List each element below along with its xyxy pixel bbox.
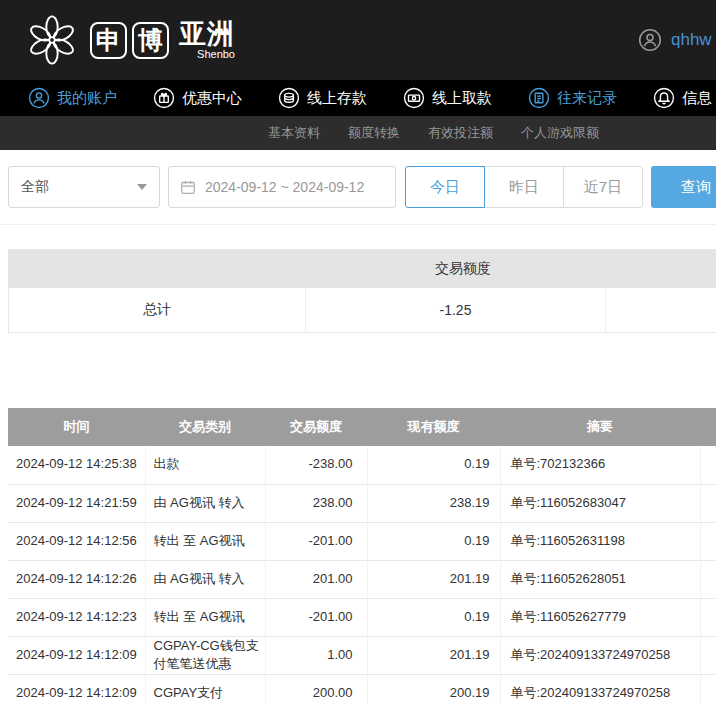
date-range-input[interactable]: 2024-09-12 ~ 2024-09-12 <box>168 166 396 208</box>
cell-amount: -201.00 <box>265 522 367 560</box>
last7days-button[interactable]: 近7日 <box>563 166 643 208</box>
table-row: 2024-09-12 14:21:59 由 AG视讯 转入 238.00 238… <box>8 484 716 522</box>
cell-type: 由 AG视讯 转入 <box>145 484 265 522</box>
cell-extra <box>700 522 716 560</box>
cell-balance: 0.19 <box>367 598 500 636</box>
cell-balance: 201.19 <box>367 636 500 675</box>
subnav-item-basic-info[interactable]: 基本资料 <box>268 124 320 142</box>
username-text[interactable]: qhhw <box>671 30 712 50</box>
cell-amount: -201.00 <box>265 598 367 636</box>
nav-item-label: 我的账户 <box>57 89 117 108</box>
type-select-value: 全部 <box>21 178 49 196</box>
nav-item-promotions[interactable]: 优惠中心 <box>153 87 242 109</box>
table-row: 2024-09-12 14:12:56 转出 至 AG视讯 -201.00 0.… <box>8 522 716 560</box>
brand-name-en: Shenbo <box>179 48 235 60</box>
cell-time: 2024-09-12 14:12:09 <box>8 675 145 704</box>
cell-type: 转出 至 AG视讯 <box>145 522 265 560</box>
cell-time: 2024-09-12 14:21:59 <box>8 484 145 522</box>
cell-time: 2024-09-12 14:25:38 <box>8 446 145 484</box>
cell-time: 2024-09-12 14:12:56 <box>8 522 145 560</box>
cell-extra <box>700 484 716 522</box>
cell-balance: 201.19 <box>367 560 500 598</box>
flower-logo-icon <box>24 12 80 68</box>
transfer-record-icon <box>528 87 550 109</box>
table-row: 2024-09-12 14:12:09 CGPAY-CG钱包支付笔笔送优惠 1.… <box>8 636 716 675</box>
nav-item-label: 往来记录 <box>557 89 617 108</box>
cell-note: 单号:202409133724970258 <box>500 675 700 704</box>
summary-row: 总计 -1.25 <box>9 288 716 332</box>
brand-name-boxes: 申 博 <box>90 22 169 59</box>
col-header-time: 时间 <box>8 408 145 446</box>
cell-time: 2024-09-12 14:12:23 <box>8 598 145 636</box>
type-select[interactable]: 全部 <box>8 166 160 208</box>
deposit-coins-icon <box>278 87 300 109</box>
bell-icon <box>653 87 675 109</box>
date-range-value: 2024-09-12 ~ 2024-09-12 <box>205 179 364 195</box>
gift-icon <box>153 87 175 109</box>
summary-empty-cell <box>606 288 716 332</box>
col-header-type: 交易类别 <box>145 408 265 446</box>
subnav-item-credit-transfer[interactable]: 额度转换 <box>348 124 400 142</box>
summary-total-label: 总计 <box>9 288 306 332</box>
nav-item-deposit[interactable]: 线上存款 <box>278 87 367 109</box>
sub-navigation: 基本资料 额度转换 有效投注额 个人游戏限额 <box>0 116 716 150</box>
cell-amount: 201.00 <box>265 560 367 598</box>
calendar-icon <box>179 178 197 196</box>
cell-balance: 200.19 <box>367 675 500 704</box>
cell-note: 单号:116052683047 <box>500 484 700 522</box>
cell-note: 单号:202409133724970258 <box>500 636 700 675</box>
user-avatar-icon <box>638 28 662 52</box>
subnav-item-game-limits[interactable]: 个人游戏限额 <box>521 124 599 142</box>
cell-note: 单号:116052631198 <box>500 522 700 560</box>
cell-extra <box>700 636 716 675</box>
table-row: 2024-09-12 14:12:09 CGPAY支付 200.00 200.1… <box>8 675 716 704</box>
nav-item-messages[interactable]: 信息 <box>653 87 712 109</box>
col-header-note: 摘要 <box>500 408 700 446</box>
cell-extra <box>700 446 716 484</box>
user-account-area[interactable]: qhhw <box>638 0 712 80</box>
nav-item-label: 信息 <box>682 89 712 108</box>
col-header-extra <box>700 408 716 446</box>
nav-item-transaction-records[interactable]: 往来记录 <box>528 87 617 109</box>
col-header-amount: 交易额度 <box>265 408 367 446</box>
cell-time: 2024-09-12 14:12:26 <box>8 560 145 598</box>
cell-amount: 238.00 <box>265 484 367 522</box>
cell-type: 出款 <box>145 446 265 484</box>
chevron-down-icon <box>137 184 147 190</box>
brand-region-text: 亚洲 <box>179 20 235 48</box>
nav-item-my-account[interactable]: 我的账户 <box>28 87 117 109</box>
table-row: 2024-09-12 14:25:38 出款 -238.00 0.19 单号:7… <box>8 446 716 484</box>
yesterday-button[interactable]: 昨日 <box>484 166 564 208</box>
transaction-rows: 2024-09-12 14:25:38 出款 -238.00 0.19 单号:7… <box>8 446 716 704</box>
cell-balance: 0.19 <box>367 446 500 484</box>
nav-item-label: 线上取款 <box>432 89 492 108</box>
summary-total-value: -1.25 <box>306 288 606 332</box>
cell-balance: 238.19 <box>367 484 500 522</box>
cell-type: 转出 至 AG视讯 <box>145 598 265 636</box>
subnav-item-valid-bets[interactable]: 有效投注额 <box>428 124 493 142</box>
cell-note: 单号:702132366 <box>500 446 700 484</box>
today-button[interactable]: 今日 <box>405 166 485 208</box>
date-preset-group: 今日 昨日 近7日 <box>405 166 643 208</box>
search-button[interactable]: 查询 <box>651 166 716 208</box>
brand-region: 亚洲 Shenbo <box>179 20 235 60</box>
withdraw-banknote-icon <box>403 87 425 109</box>
nav-item-withdraw[interactable]: 线上取款 <box>403 87 492 109</box>
table-row: 2024-09-12 14:12:23 转出 至 AG视讯 -201.00 0.… <box>8 598 716 636</box>
top-bar: 申 博 亚洲 Shenbo qhhw <box>0 0 716 80</box>
nav-item-label: 线上存款 <box>307 89 367 108</box>
cell-extra <box>700 598 716 636</box>
cell-amount: 200.00 <box>265 675 367 704</box>
cell-extra <box>700 560 716 598</box>
brand-logo: 申 博 亚洲 Shenbo <box>24 12 235 68</box>
filter-bar: 全部 2024-09-12 ~ 2024-09-12 今日 昨日 近7日 查询 <box>0 150 716 225</box>
cell-type: CGPAY支付 <box>145 675 265 704</box>
summary-table: 交易额度 总计 -1.25 <box>8 249 716 333</box>
cell-balance: 0.19 <box>367 522 500 560</box>
user-circle-icon <box>28 87 50 109</box>
brand-char-shen: 申 <box>90 22 127 59</box>
cell-note: 单号:116052627779 <box>500 598 700 636</box>
table-row: 2024-09-12 14:12:26 由 AG视讯 转入 201.00 201… <box>8 560 716 598</box>
cell-type: 由 AG视讯 转入 <box>145 560 265 598</box>
cell-note: 单号:116052628051 <box>500 560 700 598</box>
